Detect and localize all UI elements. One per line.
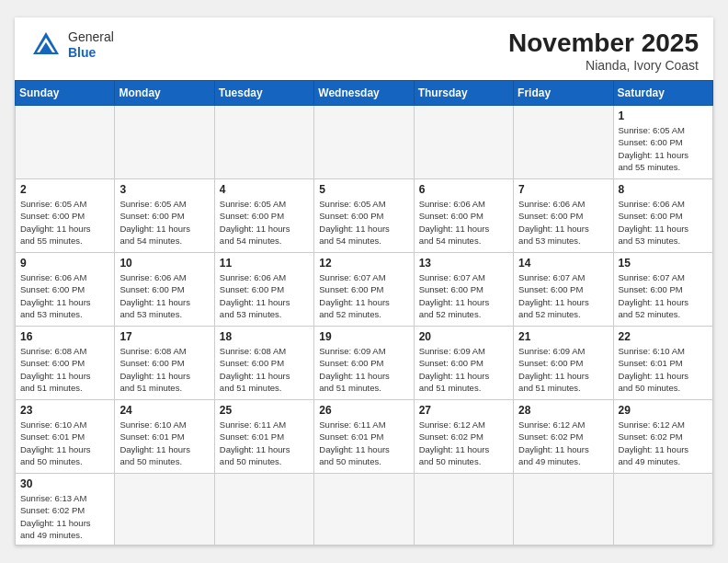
- weekday-header-saturday: Saturday: [613, 80, 712, 105]
- calendar-cell: 16Sunrise: 6:08 AM Sunset: 6:00 PM Dayli…: [16, 326, 115, 399]
- day-number: 20: [419, 330, 508, 343]
- day-number: 8: [619, 183, 708, 196]
- calendar-cell: 9Sunrise: 6:06 AM Sunset: 6:00 PM Daylig…: [16, 252, 115, 326]
- week-row-4: 23Sunrise: 6:10 AM Sunset: 6:01 PM Dayli…: [16, 399, 713, 473]
- logo: General Blue: [29, 29, 114, 62]
- calendar-cell: 15Sunrise: 6:07 AM Sunset: 6:00 PM Dayli…: [613, 252, 712, 326]
- day-number: 24: [119, 404, 209, 417]
- day-info: Sunrise: 6:07 AM Sunset: 6:00 PM Dayligh…: [319, 271, 408, 320]
- calendar-cell: 24Sunrise: 6:10 AM Sunset: 6:01 PM Dayli…: [115, 399, 214, 473]
- calendar-cell: [16, 105, 115, 178]
- weekday-header-monday: Monday: [115, 80, 214, 105]
- calendar-cell: [214, 105, 313, 178]
- month-title: November 2025: [508, 29, 699, 58]
- calendar-cell: 18Sunrise: 6:08 AM Sunset: 6:00 PM Dayli…: [214, 326, 313, 399]
- week-row-0: 1Sunrise: 6:05 AM Sunset: 6:00 PM Daylig…: [16, 105, 713, 178]
- day-number: 28: [518, 404, 608, 417]
- calendar-grid: SundayMondayTuesdayWednesdayThursdayFrid…: [15, 80, 713, 546]
- calendar-cell: 3Sunrise: 6:05 AM Sunset: 6:00 PM Daylig…: [115, 178, 214, 252]
- day-info: Sunrise: 6:05 AM Sunset: 6:00 PM Dayligh…: [319, 198, 408, 247]
- calendar-cell: 12Sunrise: 6:07 AM Sunset: 6:00 PM Dayli…: [314, 252, 414, 326]
- day-number: 5: [319, 183, 408, 196]
- day-info: Sunrise: 6:10 AM Sunset: 6:01 PM Dayligh…: [119, 419, 209, 467]
- calendar-cell: 8Sunrise: 6:06 AM Sunset: 6:00 PM Daylig…: [613, 178, 712, 252]
- location-title: Nianda, Ivory Coast: [508, 58, 699, 73]
- day-number: 21: [518, 330, 608, 343]
- logo-text: General Blue: [68, 29, 114, 61]
- day-number: 15: [619, 257, 708, 270]
- week-row-1: 2Sunrise: 6:05 AM Sunset: 6:00 PM Daylig…: [16, 178, 713, 252]
- calendar-cell: [414, 105, 513, 178]
- day-number: 30: [20, 477, 109, 490]
- calendar-cell: [314, 473, 414, 545]
- day-info: Sunrise: 6:12 AM Sunset: 6:02 PM Dayligh…: [518, 419, 608, 467]
- day-number: 6: [419, 183, 508, 196]
- calendar-cell: 13Sunrise: 6:07 AM Sunset: 6:00 PM Dayli…: [414, 252, 513, 326]
- calendar-cell: 30Sunrise: 6:13 AM Sunset: 6:02 PM Dayli…: [16, 473, 115, 545]
- day-info: Sunrise: 6:06 AM Sunset: 6:00 PM Dayligh…: [20, 271, 109, 320]
- calendar-cell: [514, 473, 613, 545]
- day-number: 19: [319, 330, 408, 343]
- calendar-cell: 2Sunrise: 6:05 AM Sunset: 6:00 PM Daylig…: [16, 178, 115, 252]
- logo-blue: Blue: [68, 45, 96, 60]
- calendar-cell: 21Sunrise: 6:09 AM Sunset: 6:00 PM Dayli…: [514, 326, 613, 399]
- calendar-cell: 14Sunrise: 6:07 AM Sunset: 6:00 PM Dayli…: [514, 252, 613, 326]
- calendar-cell: 5Sunrise: 6:05 AM Sunset: 6:00 PM Daylig…: [314, 178, 414, 252]
- calendar-cell: [314, 105, 414, 178]
- week-row-2: 9Sunrise: 6:06 AM Sunset: 6:00 PM Daylig…: [16, 252, 713, 326]
- weekday-header-wednesday: Wednesday: [314, 80, 414, 105]
- calendar-cell: 11Sunrise: 6:06 AM Sunset: 6:00 PM Dayli…: [214, 252, 313, 326]
- day-info: Sunrise: 6:12 AM Sunset: 6:02 PM Dayligh…: [619, 419, 708, 467]
- day-info: Sunrise: 6:05 AM Sunset: 6:00 PM Dayligh…: [220, 198, 309, 247]
- weekday-header-sunday: Sunday: [16, 80, 115, 105]
- calendar-cell: 7Sunrise: 6:06 AM Sunset: 6:00 PM Daylig…: [514, 178, 613, 252]
- day-number: 11: [220, 257, 309, 270]
- day-number: 26: [319, 404, 408, 417]
- day-info: Sunrise: 6:11 AM Sunset: 6:01 PM Dayligh…: [319, 419, 408, 467]
- calendar-cell: 22Sunrise: 6:10 AM Sunset: 6:01 PM Dayli…: [613, 326, 712, 399]
- day-number: 2: [20, 183, 109, 196]
- logo-icon: [29, 29, 63, 62]
- day-info: Sunrise: 6:06 AM Sunset: 6:00 PM Dayligh…: [119, 271, 209, 320]
- day-number: 22: [619, 330, 708, 343]
- title-block: November 2025 Nianda, Ivory Coast: [508, 29, 699, 73]
- day-number: 3: [119, 183, 209, 196]
- day-number: 4: [220, 183, 309, 196]
- day-info: Sunrise: 6:05 AM Sunset: 6:00 PM Dayligh…: [20, 198, 109, 247]
- day-info: Sunrise: 6:07 AM Sunset: 6:00 PM Dayligh…: [419, 271, 508, 320]
- calendar-cell: [613, 473, 712, 545]
- calendar-cell: 10Sunrise: 6:06 AM Sunset: 6:00 PM Dayli…: [115, 252, 214, 326]
- day-info: Sunrise: 6:13 AM Sunset: 6:02 PM Dayligh…: [20, 492, 109, 541]
- calendar-cell: 25Sunrise: 6:11 AM Sunset: 6:01 PM Dayli…: [214, 399, 313, 473]
- day-number: 7: [518, 183, 608, 196]
- day-info: Sunrise: 6:09 AM Sunset: 6:00 PM Dayligh…: [319, 345, 408, 394]
- calendar-cell: 28Sunrise: 6:12 AM Sunset: 6:02 PM Dayli…: [514, 399, 613, 473]
- day-info: Sunrise: 6:11 AM Sunset: 6:01 PM Dayligh…: [220, 419, 309, 467]
- calendar-cell: 23Sunrise: 6:10 AM Sunset: 6:01 PM Dayli…: [16, 399, 115, 473]
- day-info: Sunrise: 6:08 AM Sunset: 6:00 PM Dayligh…: [119, 345, 209, 394]
- day-number: 25: [220, 404, 309, 417]
- weekday-header-friday: Friday: [514, 80, 613, 105]
- calendar-cell: [214, 473, 313, 545]
- day-number: 10: [119, 257, 209, 270]
- day-number: 29: [619, 404, 708, 417]
- day-info: Sunrise: 6:08 AM Sunset: 6:00 PM Dayligh…: [20, 345, 109, 394]
- day-info: Sunrise: 6:05 AM Sunset: 6:00 PM Dayligh…: [619, 124, 708, 173]
- day-number: 16: [20, 330, 109, 343]
- calendar-header: General Blue November 2025 Nianda, Ivory…: [15, 17, 713, 80]
- logo-general: General: [68, 29, 114, 44]
- day-info: Sunrise: 6:09 AM Sunset: 6:00 PM Dayligh…: [419, 345, 508, 394]
- day-info: Sunrise: 6:08 AM Sunset: 6:00 PM Dayligh…: [220, 345, 309, 394]
- week-row-5: 30Sunrise: 6:13 AM Sunset: 6:02 PM Dayli…: [16, 473, 713, 545]
- day-number: 9: [20, 257, 109, 270]
- day-number: 17: [119, 330, 209, 343]
- day-info: Sunrise: 6:12 AM Sunset: 6:02 PM Dayligh…: [419, 419, 508, 467]
- weekday-header-thursday: Thursday: [414, 80, 513, 105]
- day-info: Sunrise: 6:06 AM Sunset: 6:00 PM Dayligh…: [619, 198, 708, 247]
- calendar-cell: [115, 473, 214, 545]
- day-number: 18: [220, 330, 309, 343]
- day-info: Sunrise: 6:05 AM Sunset: 6:00 PM Dayligh…: [119, 198, 209, 247]
- day-number: 1: [619, 109, 708, 122]
- calendar-cell: 29Sunrise: 6:12 AM Sunset: 6:02 PM Dayli…: [613, 399, 712, 473]
- day-info: Sunrise: 6:07 AM Sunset: 6:00 PM Dayligh…: [619, 271, 708, 320]
